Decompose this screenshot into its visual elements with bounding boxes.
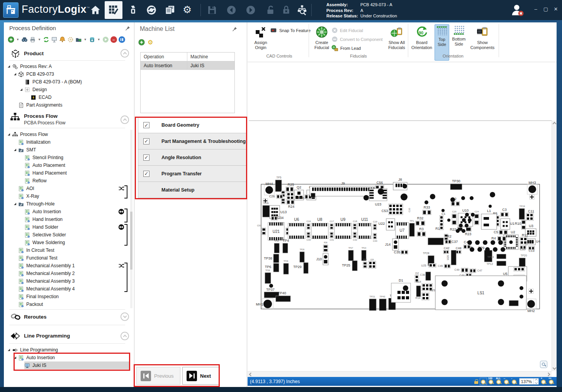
zoom-in-icon[interactable]: + [541,378,547,384]
home-icon[interactable] [90,5,101,15]
find-button[interactable] [21,36,28,43]
settings-gear-icon[interactable]: ⚙ [183,3,192,16]
expander-icon[interactable] [8,133,10,136]
pin-icon[interactable] [232,26,237,32]
tree-item-auto-placement[interactable]: Auto Placement [5,161,130,169]
lock-view-icon[interactable] [474,379,479,384]
machine-settings-gear-icon[interactable]: ⚙ [148,39,153,46]
expander-icon[interactable] [14,203,16,205]
process-flow-section-header[interactable]: Process Flow [24,113,58,119]
user-logout-icon[interactable] [511,3,525,17]
zoom-level-value[interactable]: 137% [520,378,533,384]
tree-item-mechanical-assembly-1[interactable]: Mechanical Assembly 1 [5,262,130,270]
zoom-window-icon[interactable] [481,378,486,384]
print-button[interactable] [29,36,36,43]
maximize-button[interactable]: ▢ [543,6,549,12]
machine-table-header[interactable]: Operation Machine [141,53,234,61]
from-lead-button[interactable]: From Lead [331,44,361,52]
tree-item-mechanical-assembly-3[interactable]: Mechanical Assembly 3 [5,277,130,285]
add-dropdown-caret[interactable]: ▼ [16,38,19,41]
tree-item-ecad[interactable]: ECAD [5,93,130,101]
process-flow-collapse-button[interactable] [121,115,129,124]
scroll-left-arrow[interactable] [249,373,253,377]
reports-icon[interactable] [165,5,175,15]
zoom-out-icon[interactable]: - [511,378,517,384]
left-panel-scrollbar[interactable] [130,130,132,308]
zoom-tool-floating-button[interactable] [540,361,547,368]
pcb-drawing[interactable]: MH4TP5R25C26R24Q2Q1R26J9C56J8U23TP30MH3C… [253,173,547,315]
line-programming-collapse-button[interactable] [121,332,129,340]
expander-icon[interactable] [14,73,16,75]
tree-item-process-rev-a[interactable]: Process Rev: A [5,63,130,70]
pin-icon[interactable] [125,25,130,31]
process-editor-icon[interactable] [108,5,119,15]
tree-item-packout[interactable]: Packout [5,300,130,308]
database-dropdown-caret[interactable]: ▼ [97,38,100,41]
expander-icon[interactable] [20,88,22,91]
tree-item-pcb-429-073-a-bom[interactable]: PCB 429-073 - A (BOM) [5,78,130,86]
expander-icon[interactable] [8,65,10,68]
presentation-button[interactable] [51,36,58,43]
exchange-button[interactable] [43,36,49,43]
product-section-header[interactable]: Product [24,51,44,56]
tree-item-hand-insertion[interactable]: Hand Insertion [5,216,130,223]
reroutes-section-header[interactable]: Reroutes [24,314,47,320]
feeder-setup-icon[interactable] [127,5,138,15]
tree-item-smt[interactable]: SMT [5,146,130,154]
scroll-right-arrow[interactable] [547,373,550,377]
expander-icon[interactable] [14,149,16,151]
tree-item-aoi[interactable]: AOI [5,185,130,192]
tree-item-design[interactable]: Design [5,86,130,93]
vertical-scrollbar[interactable] [552,120,557,371]
tree-item-hand-solder[interactable]: Hand Solder [5,223,130,231]
alerts-bell-button[interactable] [59,36,66,43]
tree-item-process-flow[interactable]: Process Flow [5,131,130,138]
machine-table-row[interactable]: Auto Insertion Juki IS [141,61,234,70]
cell-operation[interactable]: Auto Insertion [141,63,187,68]
tree-item-initialization[interactable]: Initialization [5,138,130,146]
tree-item-reflow[interactable]: Reflow [5,177,130,185]
database-button[interactable] [89,36,95,43]
stop-button[interactable]: – [110,36,117,43]
tree-item-selective-solder[interactable]: Selective Solder [5,231,130,239]
tree-item-hand-placement[interactable]: Hand Placement [5,169,130,177]
print-dropdown-caret[interactable]: ▼ [38,38,41,41]
add-machine-button[interactable] [138,39,145,46]
zoom-all-icon[interactable]: ALL [496,378,502,384]
horizontal-scrollbar[interactable] [248,371,552,377]
zoom-in-fast-icon[interactable]: ++ [548,378,554,384]
export-button[interactable] [75,36,82,43]
zoom-100-icon[interactable]: 100 [488,378,494,384]
minimize-button[interactable]: – [533,6,539,12]
expander-icon[interactable] [8,349,10,351]
tree-item-pcb-429-073[interactable]: PCB 429-073 [5,70,130,78]
tree-item-final-inspection[interactable]: Final Inspection [5,293,130,300]
sync-icon[interactable] [146,5,157,15]
column-header-machine[interactable]: Machine [187,53,234,61]
machine-table[interactable]: Operation Machine Auto Insertion Juki IS [140,52,235,113]
tree-item-part-assignments[interactable]: Part Assignments [5,101,130,109]
line-programming-section-header[interactable]: Line Programming [24,333,70,339]
tree-item-wave-soldering[interactable]: Wave Soldering [5,239,130,246]
tree-item-stencil-printing[interactable]: Stencil Printing [5,154,130,161]
cell-machine[interactable]: Juki IS [187,61,234,70]
zoom-level-spinner[interactable]: 137% [519,378,539,385]
tree-item-mechanical-assembly-2[interactable]: Mechanical Assembly 2 [5,270,130,277]
tree-search-icon[interactable] [297,5,307,15]
product-collapse-button[interactable] [121,49,129,58]
scroll-down-arrow[interactable] [553,366,557,370]
close-button[interactable]: ✕ [553,6,559,12]
add-operation-button[interactable] [8,36,14,43]
zoom-out-window-icon[interactable]: -- [504,378,509,384]
reroutes-expand-button[interactable] [121,312,129,321]
tree-item-x-ray[interactable]: X-Ray [5,192,130,200]
scroll-up-arrow[interactable] [553,122,557,126]
snap-to-feature-button[interactable]: Snap To Feature [270,26,311,34]
tree-item-mechanical-assembly-4[interactable]: Mechanical Assembly 4 [5,285,130,293]
tree-item-functional-test[interactable]: Functional Test [5,254,130,262]
pause-button[interactable] [119,36,125,43]
zoom-stepper[interactable] [533,378,538,384]
tree-item-in-circuit-test[interactable]: In Circuit Test [5,246,130,254]
tree-item-auto-insertion[interactable]: Auto Insertion [5,208,130,216]
column-header-operation[interactable]: Operation [141,54,187,59]
